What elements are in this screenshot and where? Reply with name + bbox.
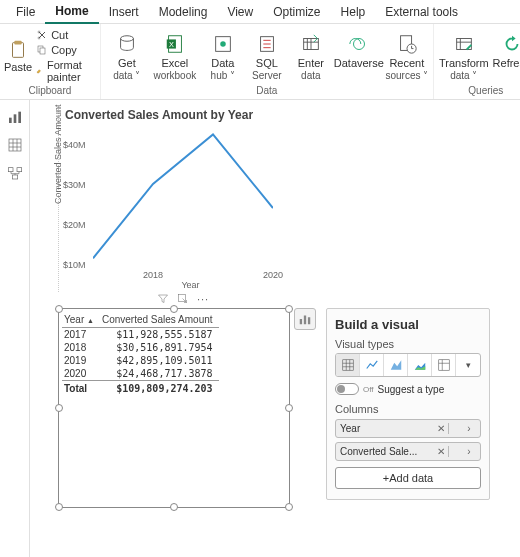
build-visual-pane: Build a visual Visual types ▾ Off Sugges… xyxy=(326,308,490,500)
menu-home[interactable]: Home xyxy=(45,0,98,24)
suggest-type-toggle[interactable]: Off Suggest a type xyxy=(335,383,444,395)
brush-icon xyxy=(36,65,44,77)
excel-button[interactable]: XExcelworkbook xyxy=(149,30,201,80)
bar-chart-icon xyxy=(298,312,312,326)
remove-field-icon[interactable]: ✕ xyxy=(434,423,448,434)
resize-handle[interactable] xyxy=(55,305,63,313)
col-header-year[interactable]: Year ▲ xyxy=(62,312,100,328)
svg-rect-17 xyxy=(9,118,12,123)
add-data-button[interactable]: +Add data xyxy=(335,467,481,489)
paste-label: Paste xyxy=(4,61,32,73)
field-well-amount[interactable]: Converted Sale... ✕ › xyxy=(335,442,481,461)
remove-field-icon[interactable]: ✕ xyxy=(434,446,448,457)
table-visual[interactable]: Year ▲ Converted Sales Amount 2017$11,92… xyxy=(58,308,290,508)
report-view-icon[interactable] xyxy=(6,108,24,126)
switch-visual-button[interactable] xyxy=(294,308,316,330)
svg-rect-23 xyxy=(12,175,17,179)
menu-modeling[interactable]: Modeling xyxy=(149,1,218,23)
field-name: Year xyxy=(340,423,434,434)
ytick: $30M xyxy=(63,180,86,190)
data-view-icon[interactable] xyxy=(6,136,24,154)
sort-asc-icon: ▲ xyxy=(87,317,94,324)
menu-optimize[interactable]: Optimize xyxy=(263,1,330,23)
recent-sources-button[interactable]: Recentsources ˅ xyxy=(385,30,429,80)
menu-file[interactable]: File xyxy=(6,1,45,23)
svg-point-11 xyxy=(220,42,226,48)
menu-view[interactable]: View xyxy=(217,1,263,23)
svg-rect-28 xyxy=(342,360,353,371)
svg-rect-29 xyxy=(438,360,449,371)
visual-type-area[interactable] xyxy=(384,354,408,376)
focus-mode-icon[interactable] xyxy=(176,292,190,306)
field-menu-icon[interactable]: › xyxy=(462,446,476,457)
chart-line xyxy=(93,126,273,266)
ytick: $10M xyxy=(63,260,86,270)
scissors-icon xyxy=(36,29,48,41)
resize-handle[interactable] xyxy=(285,305,293,313)
svg-text:X: X xyxy=(169,40,174,49)
report-canvas: Converted Sales Amount by Year Converted… xyxy=(30,100,520,557)
svg-rect-5 xyxy=(40,48,45,54)
menu-external-tools[interactable]: External tools xyxy=(375,1,468,23)
chart-title: Converted Sales Amount by Year xyxy=(59,106,288,124)
chart-plot: $10M $20M $30M $40M 2018 2020 xyxy=(93,126,273,266)
xtick: 2018 xyxy=(143,270,163,280)
paste-button[interactable]: Paste xyxy=(4,39,32,73)
field-menu-icon[interactable]: › xyxy=(462,423,476,434)
resize-handle[interactable] xyxy=(55,404,63,412)
table-row[interactable]: 2017$11,928,555.5187 xyxy=(62,328,219,342)
ribbon-group-queries: Transformdata ˅ Refresh Queries xyxy=(434,24,520,99)
resize-handle[interactable] xyxy=(170,503,178,511)
enter-data-button[interactable]: Enterdata xyxy=(289,30,333,80)
sql-icon xyxy=(256,33,278,55)
resize-handle[interactable] xyxy=(170,305,178,313)
visual-types-label: Visual types xyxy=(335,338,481,350)
toggle-state: Off xyxy=(363,385,374,394)
dataverse-icon xyxy=(348,33,370,55)
xtick: 2020 xyxy=(263,270,283,280)
model-view-icon[interactable] xyxy=(6,164,24,182)
field-well-year[interactable]: Year ✕ › xyxy=(335,419,481,438)
svg-rect-19 xyxy=(18,112,21,123)
toggle-switch[interactable] xyxy=(335,383,359,395)
visual-type-line[interactable] xyxy=(360,354,384,376)
get-data-button[interactable]: Getdata ˅ xyxy=(105,30,149,80)
visual-type-matrix[interactable] xyxy=(432,354,456,376)
filter-icon[interactable] xyxy=(156,292,170,306)
col-header-amount[interactable]: Converted Sales Amount xyxy=(100,312,219,328)
resize-handle[interactable] xyxy=(285,404,293,412)
format-painter-button[interactable]: Format painter xyxy=(34,58,96,84)
data-table: Year ▲ Converted Sales Amount 2017$11,92… xyxy=(62,312,219,395)
svg-rect-27 xyxy=(308,317,310,324)
visual-type-more[interactable]: ▾ xyxy=(456,354,480,376)
table-row[interactable]: 2020$24,468,717.3878 xyxy=(62,367,219,381)
table-row[interactable]: 2018$30,516,891.7954 xyxy=(62,341,219,354)
copy-icon xyxy=(36,44,48,56)
more-options-icon[interactable]: ··· xyxy=(196,292,210,306)
line-chart-visual[interactable]: Converted Sales Amount by Year Converted… xyxy=(58,106,288,292)
excel-icon: X xyxy=(164,33,186,55)
resize-handle[interactable] xyxy=(285,503,293,511)
data-hub-icon xyxy=(212,33,234,55)
table-row[interactable]: 2019$42,895,109.5011 xyxy=(62,354,219,367)
table-icon xyxy=(341,358,355,372)
data-hub-button[interactable]: Datahub ˅ xyxy=(201,30,245,80)
svg-point-6 xyxy=(120,36,133,42)
visual-type-table[interactable] xyxy=(336,354,360,376)
resize-handle[interactable] xyxy=(55,503,63,511)
transform-data-button[interactable]: Transformdata ˅ xyxy=(438,30,490,80)
dataverse-button[interactable]: Dataverse xyxy=(333,30,385,80)
pane-title: Build a visual xyxy=(335,317,481,332)
menu-help[interactable]: Help xyxy=(331,1,376,23)
menu-insert[interactable]: Insert xyxy=(99,1,149,23)
sql-server-button[interactable]: SQLServer xyxy=(245,30,289,80)
copy-button[interactable]: Copy xyxy=(34,43,96,57)
cut-button[interactable]: Cut xyxy=(34,28,96,42)
columns-label: Columns xyxy=(335,403,481,415)
field-name: Converted Sale... xyxy=(340,446,434,457)
matrix-icon xyxy=(437,358,451,372)
x-axis-label: Year xyxy=(93,280,288,290)
area-chart-icon xyxy=(389,358,403,372)
refresh-button[interactable]: Refresh xyxy=(490,30,520,80)
visual-type-stacked-area[interactable] xyxy=(408,354,432,376)
